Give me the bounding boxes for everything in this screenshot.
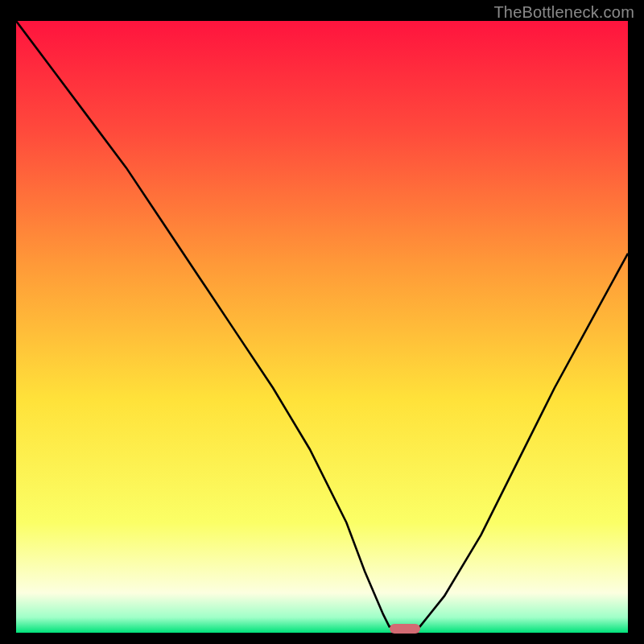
chart-frame: TheBottleneck.com [0, 0, 644, 644]
optimal-marker [390, 624, 420, 634]
gradient-plot [16, 21, 628, 633]
gradient-background [16, 21, 628, 633]
watermark-text: TheBottleneck.com [493, 3, 634, 22]
plot-area [16, 21, 628, 633]
